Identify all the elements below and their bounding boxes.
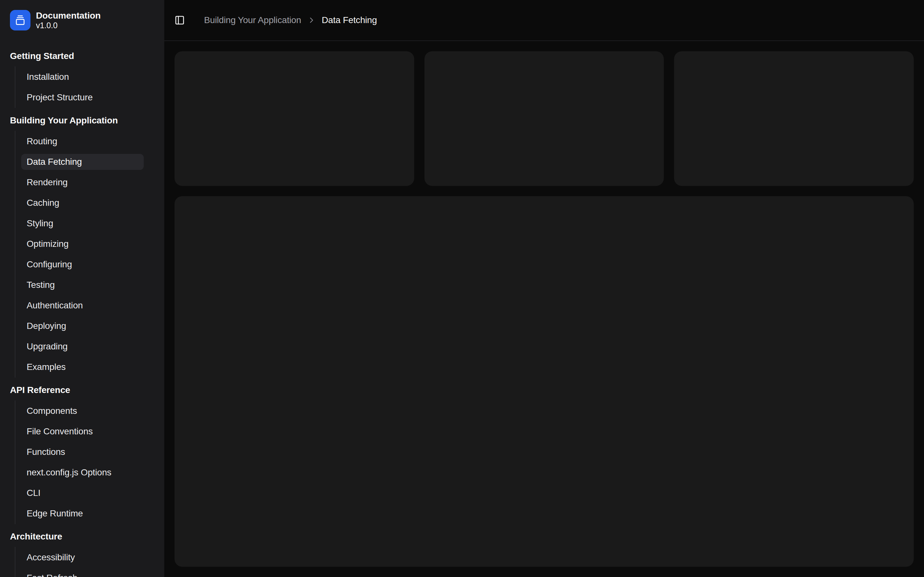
app-root: Documentation v1.0.0 Getting StartedInst… [0,0,924,577]
sidebar-item-testing[interactable]: Testing [21,277,144,293]
sidebar-item-optimizing[interactable]: Optimizing [21,236,144,252]
main-area: Building Your Application Data Fetching [164,0,924,577]
app-logo [10,10,31,31]
sidebar-item-file-conventions[interactable]: File Conventions [21,424,144,440]
sidebar-item-rendering[interactable]: Rendering [21,174,144,190]
main-content [164,41,924,577]
sidebar-item-examples[interactable]: Examples [21,359,144,375]
sidebar-group-getting-started: Getting StartedInstallationProject Struc… [0,46,164,108]
chevron-right-icon [307,16,316,25]
sidebar-sub-list: AccessibilityFast Refresh [15,547,144,577]
sidebar-group-label-api-reference[interactable]: API Reference [0,380,164,400]
sidebar-item-data-fetching[interactable]: Data Fetching [21,154,144,170]
sidebar-item-project-structure[interactable]: Project Structure [21,89,144,105]
sidebar-item-edge-runtime[interactable]: Edge Runtime [21,506,144,522]
breadcrumb-link[interactable]: Building Your Application [204,15,301,25]
placeholder-panel [174,196,914,567]
placeholder-card [174,51,414,186]
sidebar-header[interactable]: Documentation v1.0.0 [10,10,160,31]
panel-left-icon [174,15,185,25]
sidebar-item-installation[interactable]: Installation [21,69,144,85]
sidebar-item-routing[interactable]: Routing [21,133,144,149]
sidebar-group-label-getting-started[interactable]: Getting Started [0,46,164,66]
placeholder-card [425,51,664,186]
sidebar-item-accessibility[interactable]: Accessibility [21,550,144,566]
sidebar-item-components[interactable]: Components [21,403,144,419]
sidebar-item-upgrading[interactable]: Upgrading [21,338,144,355]
sidebar-sub-list: ComponentsFile ConventionsFunctionsnext.… [15,400,144,524]
sidebar-item-deploying[interactable]: Deploying [21,318,144,334]
app-version: v1.0.0 [36,21,101,30]
sidebar-group-label-building-your-application[interactable]: Building Your Application [0,110,164,131]
sidebar-item-functions[interactable]: Functions [21,444,144,460]
sidebar-group-api-reference: API ReferenceComponentsFile ConventionsF… [0,380,164,524]
sidebar-toggle-button[interactable] [173,14,186,27]
app-title: Documentation [36,11,101,21]
sidebar-group-label-architecture[interactable]: Architecture [0,526,164,547]
sidebar-item-next-config-js-options[interactable]: next.config.js Options [21,464,144,480]
sidebar-item-configuring[interactable]: Configuring [21,256,144,272]
placeholder-card [674,51,914,186]
sidebar-nav: Getting StartedInstallationProject Struc… [0,46,164,577]
sidebar-item-fast-refresh[interactable]: Fast Refresh [21,570,144,577]
sidebar-item-cli[interactable]: CLI [21,485,144,501]
sidebar-group-building-your-application: Building Your ApplicationRoutingData Fet… [0,110,164,378]
sidebar-item-caching[interactable]: Caching [21,195,144,211]
placeholder-cards-row [174,51,914,186]
sidebar-sub-list: InstallationProject Structure [15,66,144,108]
topbar: Building Your Application Data Fetching [164,0,924,41]
sidebar: Documentation v1.0.0 Getting StartedInst… [0,0,164,577]
sidebar-item-styling[interactable]: Styling [21,215,144,231]
gallery-vertical-end-icon [15,15,25,25]
app-title-block: Documentation v1.0.0 [36,11,101,30]
breadcrumb-current: Data Fetching [322,15,377,25]
sidebar-group-architecture: ArchitectureAccessibilityFast Refresh [0,526,164,577]
sidebar-sub-list: RoutingData FetchingRenderingCachingStyl… [15,131,144,378]
sidebar-item-authentication[interactable]: Authentication [21,298,144,314]
breadcrumb: Building Your Application Data Fetching [204,15,377,25]
